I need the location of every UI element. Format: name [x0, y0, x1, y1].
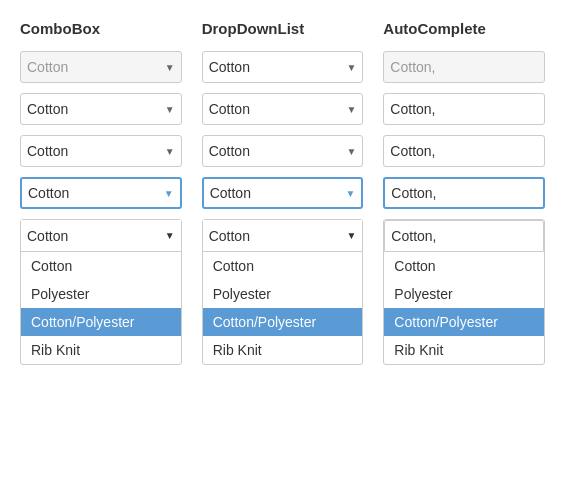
list-item-autocomplete-3[interactable]: Rib Knit [384, 336, 544, 364]
dropdown-list-dropdownlist: CottonPolyesterCotton/PolyesterRib Knit [203, 252, 363, 364]
dropdown-row-combobox-1: Cotton▼ [20, 93, 182, 125]
dropdown-value-0-2: Cotton [27, 143, 161, 159]
column-dropdownlist: DropDownListCotton▼Cotton▼Cotton▼Cotton▼… [192, 20, 374, 365]
dropdown-row-combobox-3: Cotton▼ [20, 177, 182, 209]
chevron-down-icon-open-dropdownlist: ▼ [346, 230, 356, 241]
list-item-combobox-1[interactable]: Polyester [21, 280, 181, 308]
autocomplete-control-2-1[interactable]: Cotton, [383, 93, 545, 125]
column-autocomplete: AutoCompleteCotton,Cotton,Cotton,Cotton,… [373, 20, 555, 365]
dropdown-control-0-0[interactable]: Cotton▼ [20, 51, 182, 83]
autocomplete-value-2-0: Cotton, [390, 59, 538, 75]
chevron-down-icon-1-2: ▼ [346, 146, 356, 157]
dropdown-list-combobox: CottonPolyesterCotton/PolyesterRib Knit [21, 252, 181, 364]
chevron-down-icon-0-0: ▼ [165, 62, 175, 73]
open-panel-header-combobox[interactable]: Cotton▼ [21, 220, 181, 252]
list-item-autocomplete-1[interactable]: Polyester [384, 280, 544, 308]
chevron-down-icon-1-3: ▼ [345, 188, 355, 199]
chevron-down-icon-1-1: ▼ [346, 104, 356, 115]
chevron-down-icon-open-combobox: ▼ [165, 230, 175, 241]
list-item-dropdownlist-0[interactable]: Cotton [203, 252, 363, 280]
dropdown-value-1-2: Cotton [209, 143, 343, 159]
dropdown-row-dropdownlist-0: Cotton▼ [202, 51, 364, 83]
dropdown-value-1-3: Cotton [210, 185, 342, 201]
main-layout: ComboBoxCotton▼Cotton▼Cotton▼Cotton▼Cott… [20, 20, 555, 365]
dropdown-control-0-3[interactable]: Cotton▼ [20, 177, 182, 209]
list-item-combobox-2[interactable]: Cotton/Polyester [21, 308, 181, 336]
chevron-down-icon-0-3: ▼ [164, 188, 174, 199]
dropdown-control-1-2[interactable]: Cotton▼ [202, 135, 364, 167]
open-panel-header-autocomplete[interactable]: Cotton, [384, 220, 544, 252]
open-panel-combobox: Cotton▼CottonPolyesterCotton/PolyesterRi… [20, 219, 182, 365]
open-panel-dropdownlist: Cotton▼CottonPolyesterCotton/PolyesterRi… [202, 219, 364, 365]
dropdown-value-0-1: Cotton [27, 101, 161, 117]
dropdown-row-autocomplete-3: Cotton, [383, 177, 545, 209]
autocomplete-value-2-2: Cotton, [390, 143, 538, 159]
chevron-down-icon-0-1: ▼ [165, 104, 175, 115]
dropdown-control-0-1[interactable]: Cotton▼ [20, 93, 182, 125]
open-panel-header-value-autocomplete: Cotton, [391, 228, 537, 244]
list-item-autocomplete-0[interactable]: Cotton [384, 252, 544, 280]
dropdown-value-1-0: Cotton [209, 59, 343, 75]
dropdown-value-0-0: Cotton [27, 59, 161, 75]
dropdown-row-autocomplete-0: Cotton, [383, 51, 545, 83]
column-title-combobox: ComboBox [20, 20, 182, 37]
open-panel-autocomplete: Cotton,CottonPolyesterCotton/PolyesterRi… [383, 219, 545, 365]
list-item-dropdownlist-2[interactable]: Cotton/Polyester [203, 308, 363, 336]
dropdown-control-1-3[interactable]: Cotton▼ [202, 177, 364, 209]
open-panel-header-value-dropdownlist: Cotton [209, 228, 347, 244]
dropdown-list-autocomplete: CottonPolyesterCotton/PolyesterRib Knit [384, 252, 544, 364]
dropdown-row-autocomplete-2: Cotton, [383, 135, 545, 167]
column-title-autocomplete: AutoComplete [383, 20, 545, 37]
list-item-combobox-0[interactable]: Cotton [21, 252, 181, 280]
chevron-down-icon-0-2: ▼ [165, 146, 175, 157]
dropdown-row-autocomplete-1: Cotton, [383, 93, 545, 125]
autocomplete-control-2-0[interactable]: Cotton, [383, 51, 545, 83]
autocomplete-control-2-2[interactable]: Cotton, [383, 135, 545, 167]
dropdown-row-dropdownlist-3: Cotton▼ [202, 177, 364, 209]
dropdown-row-dropdownlist-1: Cotton▼ [202, 93, 364, 125]
list-item-dropdownlist-1[interactable]: Polyester [203, 280, 363, 308]
dropdown-value-1-1: Cotton [209, 101, 343, 117]
open-panel-header-value-combobox: Cotton [27, 228, 165, 244]
dropdown-control-0-2[interactable]: Cotton▼ [20, 135, 182, 167]
list-item-dropdownlist-3[interactable]: Rib Knit [203, 336, 363, 364]
column-combobox: ComboBoxCotton▼Cotton▼Cotton▼Cotton▼Cott… [20, 20, 192, 365]
autocomplete-control-2-3[interactable]: Cotton, [383, 177, 545, 209]
dropdown-row-combobox-0: Cotton▼ [20, 51, 182, 83]
open-panel-header-dropdownlist[interactable]: Cotton▼ [203, 220, 363, 252]
dropdown-value-0-3: Cotton [28, 185, 160, 201]
dropdown-row-combobox-2: Cotton▼ [20, 135, 182, 167]
autocomplete-value-2-1: Cotton, [390, 101, 538, 117]
autocomplete-value-2-3: Cotton, [391, 185, 537, 201]
dropdown-control-1-1[interactable]: Cotton▼ [202, 93, 364, 125]
dropdown-row-dropdownlist-2: Cotton▼ [202, 135, 364, 167]
dropdown-control-1-0[interactable]: Cotton▼ [202, 51, 364, 83]
list-item-combobox-3[interactable]: Rib Knit [21, 336, 181, 364]
chevron-down-icon-1-0: ▼ [346, 62, 356, 73]
list-item-autocomplete-2[interactable]: Cotton/Polyester [384, 308, 544, 336]
column-title-dropdownlist: DropDownList [202, 20, 364, 37]
